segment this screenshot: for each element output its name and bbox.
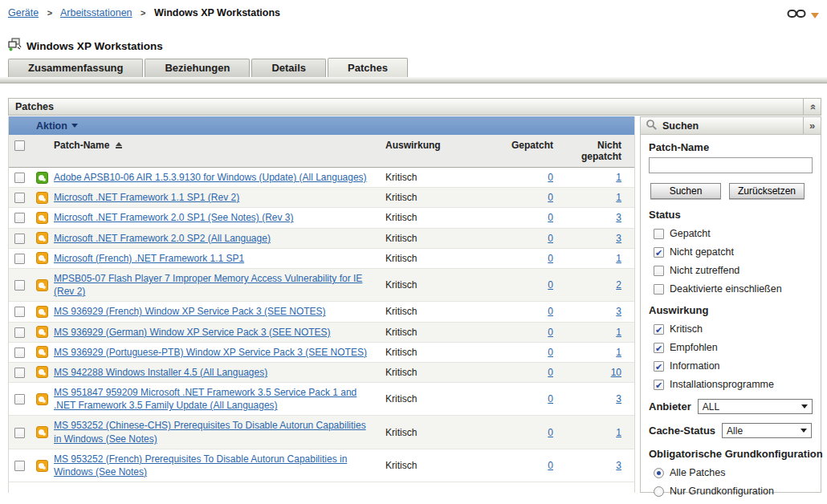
row-checkbox[interactable]: [14, 254, 25, 264]
row-checkbox[interactable]: [14, 428, 25, 438]
impact-value: Kritisch: [371, 172, 491, 183]
checkbox-empfohlen[interactable]: Empfohlen: [654, 342, 813, 353]
patch-name-link[interactable]: MPSB05-07 Flash Player 7 Improper Memory…: [54, 273, 362, 297]
baseline-heading: Obligatorische Grundkonfiguration: [649, 448, 813, 460]
patch-name-link[interactable]: Microsoft .NET Framework 2.0 SP2 (All La…: [54, 233, 271, 244]
row-checkbox[interactable]: [14, 280, 25, 291]
patched-count-link[interactable]: 0: [548, 427, 553, 438]
patch-name-link[interactable]: MS 953252 (Chinese-CHS) Prerequisites To…: [54, 420, 366, 444]
checkbox-information[interactable]: Information: [654, 360, 813, 372]
row-checkbox[interactable]: [14, 193, 25, 203]
patched-count-link[interactable]: 0: [548, 367, 553, 378]
checkbox-gepatcht[interactable]: Gepatcht: [654, 228, 813, 239]
patched-count-link[interactable]: 0: [548, 192, 553, 203]
not-patched-count-link[interactable]: 1: [616, 192, 621, 203]
checkbox[interactable]: [654, 284, 664, 295]
row-checkbox[interactable]: [14, 234, 25, 244]
content-area: Patches » Aktion Patch-Name Auswirkung G…: [0, 83, 827, 493]
not-patched-count-link[interactable]: 3: [616, 460, 621, 471]
not-patched-count-link[interactable]: 1: [616, 327, 621, 338]
patch-name-link[interactable]: Microsoft (French) .NET Framework 1.1 SP…: [54, 253, 244, 264]
action-menu-button[interactable]: Aktion: [36, 120, 78, 132]
patch-name-input[interactable]: [649, 157, 813, 173]
checkbox-nicht-gepatcht[interactable]: Nicht gepatcht: [654, 246, 813, 258]
link-chain-icon[interactable]: [787, 7, 806, 22]
checkbox[interactable]: [654, 343, 664, 353]
table-row: Microsoft .NET Framework 2.0 SP1 (See No…: [9, 208, 634, 228]
radio-nur-grundkonfiguration[interactable]: Nur Grundkonfiguration: [654, 486, 813, 497]
impact-options: KritischEmpfohlenInformationInstallation…: [649, 323, 813, 390]
patch-name-link[interactable]: MS 936929 (French) Window XP Service Pac…: [54, 306, 326, 317]
patch-name-link[interactable]: MS 936929 (Portuguese-PTB) Window XP Ser…: [54, 347, 367, 358]
column-header-impact[interactable]: Auswirkung: [371, 140, 491, 151]
tab-zusammenfassung[interactable]: Zusammenfassung: [8, 59, 143, 77]
patch-name-link[interactable]: MS 936929 (German) Window XP Service Pac…: [54, 327, 331, 338]
column-header-not-patched[interactable]: Nicht gepatcht: [568, 140, 636, 162]
checkbox[interactable]: [654, 247, 664, 258]
row-checkbox[interactable]: [14, 461, 25, 471]
patch-name-link[interactable]: MS 951847 959209 Microsoft .NET Framewor…: [54, 387, 356, 411]
row-checkbox[interactable]: [14, 368, 25, 378]
not-patched-count-link[interactable]: 1: [616, 253, 621, 264]
patch-name-link[interactable]: Adobe APSB10-06 AIR 1.5.3.9130 for Windo…: [54, 172, 367, 183]
not-patched-count-link[interactable]: 2: [616, 279, 621, 291]
radio-button[interactable]: [654, 468, 664, 478]
search-button[interactable]: Suchen: [650, 183, 721, 199]
breadcrumb-link-arbeitsstationen[interactable]: Arbeitsstationen: [60, 7, 132, 18]
patch-name-link[interactable]: Microsoft .NET Framework 1.1 SP1 (Rev 2): [54, 192, 239, 203]
patched-count-link[interactable]: 0: [548, 212, 553, 223]
checkbox[interactable]: [654, 380, 664, 390]
patched-count-link[interactable]: 0: [548, 253, 553, 264]
radio-button[interactable]: [654, 486, 664, 497]
row-checkbox[interactable]: [14, 213, 25, 223]
checkbox[interactable]: [654, 266, 664, 276]
table-row: MS 942288 Windows Installer 4.5 (All Lan…: [9, 363, 634, 383]
patch-name-link[interactable]: Microsoft .NET Framework 2.0 SP1 (See No…: [54, 212, 294, 223]
checkbox[interactable]: [654, 229, 664, 239]
select-all-checkbox[interactable]: [14, 140, 25, 151]
radio-alle-patches[interactable]: Alle Patches: [654, 467, 813, 478]
not-patched-count-link[interactable]: 1: [616, 347, 621, 358]
not-patched-count-link[interactable]: 3: [616, 306, 621, 317]
not-patched-count-link[interactable]: 3: [616, 393, 621, 404]
patched-count-link[interactable]: 0: [548, 279, 553, 291]
patched-count-link[interactable]: 0: [548, 233, 553, 244]
patched-count-link[interactable]: 0: [548, 460, 553, 471]
vendor-select[interactable]: ALL: [698, 399, 813, 414]
reset-button[interactable]: Zurücksetzen: [729, 183, 805, 199]
not-patched-count-link[interactable]: 1: [616, 427, 621, 438]
row-checkbox[interactable]: [14, 348, 25, 358]
patched-count-link[interactable]: 0: [548, 306, 553, 317]
row-checkbox[interactable]: [14, 173, 25, 183]
patch-name-link[interactable]: MS 953252 (French) Prerequisites To Disa…: [54, 453, 347, 478]
patched-count-link[interactable]: 0: [548, 347, 553, 358]
tab-patches[interactable]: Patches: [328, 58, 408, 77]
row-checkbox[interactable]: [14, 394, 25, 404]
patch-name-link[interactable]: MS 942288 Windows Installer 4.5 (All Lan…: [54, 367, 267, 378]
column-header-patch-name[interactable]: Patch-Name: [54, 140, 109, 151]
row-checkbox[interactable]: [14, 307, 25, 317]
row-checkbox[interactable]: [14, 327, 25, 338]
breadcrumb-link-geraete[interactable]: Geräte: [8, 7, 39, 18]
checkbox-deaktivierte-einschlie-en[interactable]: Deaktivierte einschließen: [654, 283, 813, 295]
tab-details[interactable]: Details: [251, 59, 326, 77]
collapse-panel-button[interactable]: »: [803, 99, 821, 115]
checkbox-installationsprogramme[interactable]: Installationsprogramme: [654, 379, 813, 390]
not-patched-count-link[interactable]: 10: [611, 367, 621, 378]
not-patched-count-link[interactable]: 3: [616, 233, 621, 244]
checkbox[interactable]: [654, 324, 664, 335]
patched-count-link[interactable]: 0: [548, 172, 553, 183]
patched-count-link[interactable]: 0: [548, 393, 553, 404]
column-header-patched[interactable]: Gepatcht: [491, 140, 568, 151]
not-patched-count-link[interactable]: 3: [616, 212, 621, 223]
tab-beziehungen[interactable]: Beziehungen: [145, 59, 250, 77]
cache-status-select[interactable]: Alle: [722, 423, 812, 438]
checkbox-nicht-zutreffend[interactable]: Nicht zutreffend: [654, 265, 813, 276]
dropdown-arrow-icon[interactable]: [811, 13, 819, 18]
expand-search-panel-button[interactable]: »: [803, 117, 821, 134]
checkbox-kritisch[interactable]: Kritisch: [654, 323, 813, 335]
checkbox[interactable]: [654, 361, 664, 372]
sort-ascending-icon[interactable]: [116, 142, 122, 148]
not-patched-count-link[interactable]: 1: [616, 172, 621, 183]
patched-count-link[interactable]: 0: [548, 327, 553, 338]
